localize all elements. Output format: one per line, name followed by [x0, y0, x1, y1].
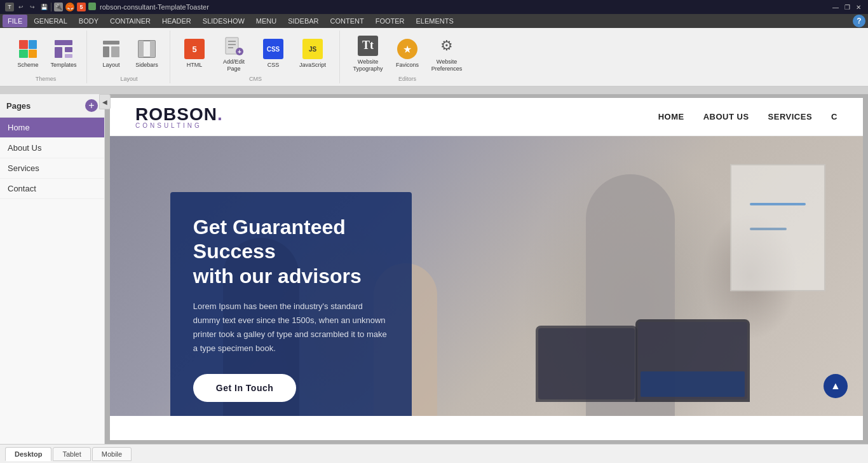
- green-icon[interactable]: [88, 3, 96, 10]
- save-icon[interactable]: 💾: [39, 3, 48, 11]
- add-edit-page-btn[interactable]: + Add/EditPage: [214, 32, 254, 76]
- hero-cta-btn[interactable]: Get In Touch: [193, 374, 297, 402]
- tablet-tab[interactable]: Tablet: [53, 447, 90, 461]
- bottom-bar: Desktop Tablet Mobile: [0, 444, 868, 463]
- add-edit-icon: +: [224, 36, 244, 56]
- redo-icon[interactable]: ↪: [28, 3, 37, 11]
- svg-rect-4: [103, 41, 119, 45]
- menu-body[interactable]: BODY: [74, 15, 104, 27]
- menu-footer[interactable]: FOOTER: [370, 15, 410, 27]
- window-title: robson-consultant-TemplateToaster: [100, 3, 209, 11]
- h5-icon[interactable]: 5: [77, 3, 86, 11]
- maximize-btn[interactable]: ❐: [843, 3, 851, 11]
- whiteboard: [730, 164, 825, 291]
- menu-menu[interactable]: MENU: [251, 15, 281, 27]
- menu-header[interactable]: HEADER: [157, 15, 196, 27]
- scroll-to-top-btn[interactable]: ▲: [824, 374, 848, 398]
- website-typography-btn[interactable]: Tt WebsiteTypography: [348, 32, 388, 76]
- logo-dot: .: [217, 104, 223, 124]
- website-typography-label: WebsiteTypography: [353, 59, 383, 73]
- hero-desc: Lorem Ipsum has been the industry's stan…: [193, 300, 389, 356]
- page-item-about-us[interactable]: About Us: [0, 138, 104, 158]
- svg-rect-5: [103, 46, 109, 57]
- cms-buttons: 5 HTML + Add/EditPage: [178, 32, 333, 76]
- toolbar: Scheme Templates Themes: [0, 28, 868, 86]
- sidebars-icon: [137, 39, 157, 59]
- layout-icon: [101, 39, 121, 59]
- css-btn[interactable]: CSS CSS: [257, 32, 290, 76]
- editors-group-label: Editors: [398, 76, 416, 82]
- page-item-home[interactable]: Home: [0, 118, 104, 138]
- css-label: CSS: [268, 62, 280, 69]
- menu-slideshow[interactable]: SLIDESHOW: [198, 15, 250, 27]
- menu-container[interactable]: CONTAINER: [105, 15, 156, 27]
- site-logo: ROBSON. CONSULTING: [135, 104, 223, 129]
- menu-sidebar[interactable]: SIDEBAR: [283, 15, 323, 27]
- svg-rect-1: [55, 47, 62, 58]
- templates-btn[interactable]: Templates: [47, 32, 80, 76]
- svg-rect-0: [55, 40, 72, 45]
- toolbar-group-themes: Scheme Templates Themes: [5, 31, 87, 83]
- templates-label: Templates: [50, 62, 76, 69]
- svg-rect-3: [65, 54, 72, 58]
- menu-general[interactable]: GENERAL: [29, 15, 72, 27]
- svg-rect-6: [111, 46, 119, 57]
- toolbar-group-editors: Tt WebsiteTypography ★ Favicons ⚙ Websit…: [341, 31, 473, 83]
- website-typography-icon: Tt: [358, 36, 378, 56]
- layout-group-label: Layout: [120, 76, 137, 82]
- nav-about-us[interactable]: ABOUT US: [703, 112, 749, 121]
- themes-group-label: Themes: [36, 76, 57, 82]
- hero-title: Get Guaranteed Successwith our advisors: [193, 215, 389, 288]
- website-preview: ROBSON. CONSULTING HOME ABOUT US SERVICE…: [110, 98, 863, 440]
- toolbar-group-cms: 5 HTML + Add/EditPage: [172, 31, 340, 83]
- javascript-btn[interactable]: JS JavaScript: [292, 32, 333, 76]
- help-btn[interactable]: ?: [853, 15, 865, 27]
- page-item-contact[interactable]: Contact: [0, 179, 104, 199]
- javascript-label: JavaScript: [299, 62, 326, 69]
- layout-btn[interactable]: Layout: [95, 32, 128, 76]
- nav-more[interactable]: C: [831, 112, 837, 121]
- toolbar-icons: T ↩ ↪ 💾 🔌 🦊 5: [5, 3, 96, 11]
- toolbar-group-layout: Layout Sidebars Layout: [88, 31, 170, 83]
- hero-section: Get Guaranteed Successwith our advisors …: [110, 136, 863, 416]
- templates-icon: [53, 39, 74, 59]
- layout-label: Layout: [102, 62, 119, 69]
- sidebars-btn[interactable]: Sidebars: [130, 32, 163, 76]
- menu-file[interactable]: FILE: [3, 15, 27, 27]
- svg-rect-8: [139, 41, 144, 57]
- laptop-1: [635, 319, 750, 402]
- website-preferences-label: WebsitePreferences: [431, 59, 463, 73]
- add-page-btn[interactable]: +: [85, 99, 98, 112]
- javascript-icon: JS: [302, 39, 323, 59]
- separator: [51, 3, 51, 11]
- editors-buttons: Tt WebsiteTypography ★ Favicons ⚙ Websit…: [348, 32, 467, 76]
- canvas-area: ROBSON. CONSULTING HOME ABOUT US SERVICE…: [105, 94, 868, 444]
- html-btn[interactable]: 5 HTML: [178, 32, 211, 76]
- favicons-btn[interactable]: ★ Favicons: [391, 32, 424, 76]
- minimize-btn[interactable]: —: [831, 3, 840, 11]
- nav-home[interactable]: HOME: [658, 112, 684, 121]
- close-btn[interactable]: ✕: [854, 3, 863, 11]
- window-controls: — ❐ ✕: [831, 3, 863, 11]
- nav-services[interactable]: SERVICES: [768, 112, 813, 121]
- pages-panel: Pages + Home About Us Services Contact: [0, 94, 105, 444]
- title-bar: T ↩ ↪ 💾 🔌 🦊 5 robson-consultant-Template…: [0, 0, 868, 14]
- scheme-btn[interactable]: Scheme: [11, 32, 44, 76]
- scheme-label: Scheme: [17, 62, 38, 69]
- desktop-tab[interactable]: Desktop: [5, 447, 51, 461]
- favicons-icon: ★: [397, 39, 417, 59]
- page-item-services[interactable]: Services: [0, 158, 104, 179]
- fox-icon[interactable]: 🦊: [65, 3, 74, 11]
- website-preferences-btn[interactable]: ⚙ WebsitePreferences: [426, 32, 467, 76]
- menu-content[interactable]: CONTENT: [325, 15, 369, 27]
- plug-icon[interactable]: 🔌: [54, 3, 63, 11]
- menu-bar: FILE GENERAL BODY CONTAINER HEADER SLIDE…: [0, 14, 868, 28]
- menu-elements[interactable]: ELEMENTS: [411, 15, 459, 27]
- undo-icon[interactable]: ↩: [17, 3, 25, 11]
- tt-icon[interactable]: T: [5, 3, 14, 11]
- pages-title: Pages: [6, 101, 31, 111]
- title-bar-left: T ↩ ↪ 💾 🔌 🦊 5 robson-consultant-Template…: [5, 3, 209, 11]
- cms-group-label: CMS: [249, 76, 262, 82]
- mobile-tab[interactable]: Mobile: [92, 447, 132, 461]
- collapse-sidebar-btn[interactable]: ◀: [99, 94, 111, 109]
